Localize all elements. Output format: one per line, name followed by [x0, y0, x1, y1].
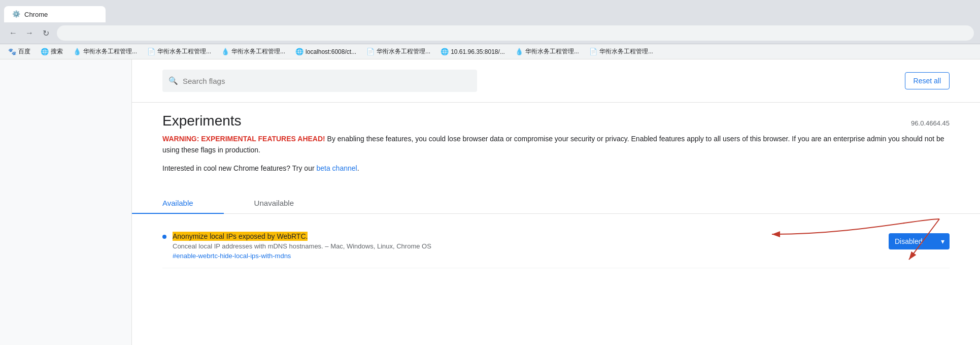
tab-available[interactable]: Available — [132, 193, 224, 213]
main-content: 🔍 Reset all Experiments 96.0.4664.45 WAR… — [132, 59, 980, 345]
flags-list: Anonymize local IPs exposed by WebRTC. C… — [132, 214, 980, 278]
ip-icon: 🌐 — [441, 48, 449, 55]
bookmark-doc1[interactable]: 📄 华衔水务工程管理... — [145, 46, 213, 57]
flag-anchor-link[interactable]: #enable-webrtc-hide-local-ips-with-mdns — [173, 252, 868, 260]
reload-button[interactable]: ↻ — [39, 26, 53, 40]
experiments-area: Experiments 96.0.4664.45 WARNING: EXPERI… — [132, 103, 980, 182]
bookmark-search[interactable]: 🌐 搜索 — [39, 46, 65, 57]
baidu-icon: 🐾 — [8, 48, 16, 55]
doc2-icon: 📄 — [366, 48, 375, 55]
sidebar — [0, 59, 132, 345]
bookmark-doc3-label: 华衔水务工程管理... — [599, 47, 653, 56]
bookmark-water3-label: 华衔水务工程管理... — [525, 47, 579, 56]
tab-favicon: ⚙️ — [12, 10, 20, 18]
bookmark-search-label: 搜索 — [51, 47, 63, 56]
doc1-icon: 📄 — [147, 48, 155, 55]
bookmark-ip-label: 10.61.96.35:8018/... — [451, 48, 505, 55]
experiments-title: Experiments — [162, 113, 242, 129]
flag-desc: Conceal local IP addresses with mDNS hos… — [173, 242, 868, 250]
flag-control: Default Enabled Disabled — [889, 233, 950, 249]
bookmark-doc3[interactable]: 📄 华衔水务工程管理... — [587, 46, 655, 57]
bookmarks-bar: 🐾 百度 🌐 搜索 💧 华衔水务工程管理... 📄 华衔水务工程管理... 💧 … — [0, 44, 980, 59]
page-content: 🔍 Reset all Experiments 96.0.4664.45 WAR… — [0, 59, 980, 345]
bookmark-water2[interactable]: 💧 华衔水务工程管理... — [219, 46, 287, 57]
flag-info: Anonymize local IPs exposed by WebRTC. C… — [173, 232, 868, 260]
bookmark-water2-label: 华衔水务工程管理... — [231, 47, 285, 56]
interested-prefix: Interested in cool new Chrome features? … — [162, 164, 316, 172]
warning-highlight: WARNING: EXPERIMENTAL FEATURES AHEAD! — [162, 135, 325, 143]
nav-buttons: ← → ↻ — [6, 26, 53, 40]
flag-dot — [162, 235, 166, 239]
water2-icon: 💧 — [221, 48, 229, 55]
flag-select[interactable]: Default Enabled Disabled — [889, 233, 950, 249]
bookmark-doc2[interactable]: 📄 华衔水务工程管理... — [364, 46, 432, 57]
beta-channel-link[interactable]: beta channel — [316, 164, 357, 172]
tabs-row: Available Unavailable — [132, 193, 980, 214]
bookmark-doc2-label: 华衔水务工程管理... — [377, 47, 430, 56]
water3-icon: 💧 — [515, 48, 523, 55]
forward-button[interactable]: → — [22, 26, 37, 40]
version-text: 96.0.4664.45 — [911, 119, 950, 127]
flag-item: Anonymize local IPs exposed by WebRTC. C… — [162, 224, 950, 268]
back-button[interactable]: ← — [6, 26, 20, 40]
doc3-icon: 📄 — [589, 48, 597, 55]
bookmark-water1-label: 华衔水务工程管理... — [83, 47, 137, 56]
search-flags-input[interactable] — [162, 70, 477, 92]
tab-title: Chrome — [24, 11, 97, 18]
bookmark-water1[interactable]: 💧 华衔水务工程管理... — [71, 46, 139, 57]
address-input[interactable]: chrome://flags/#enable-webrtc-hide-local… — [57, 25, 974, 41]
bookmark-localhost-label: localhost:6008/ct... — [306, 48, 356, 55]
search-input-wrapper: 🔍 — [162, 70, 477, 92]
localhost-icon: 🌐 — [295, 48, 303, 55]
flag-row-wrapper: Anonymize local IPs exposed by WebRTC. C… — [162, 224, 950, 268]
browser-tab[interactable]: ⚙️ Chrome — [4, 6, 106, 22]
search-globe-icon: 🌐 — [41, 48, 49, 55]
bookmark-water3[interactable]: 💧 华衔水务工程管理... — [513, 46, 581, 57]
water1-icon: 💧 — [73, 48, 81, 55]
tab-unavailable[interactable]: Unavailable — [224, 193, 324, 213]
bookmark-baidu-label: 百度 — [18, 47, 30, 56]
warning-box: WARNING: EXPERIMENTAL FEATURES AHEAD! By… — [162, 133, 950, 156]
select-wrapper: Default Enabled Disabled — [889, 233, 950, 249]
bookmark-localhost[interactable]: 🌐 localhost:6008/ct... — [293, 47, 358, 56]
address-bar-row: ← → ↻ chrome://flags/#enable-webrtc-hide… — [0, 22, 980, 44]
search-icon: 🔍 — [168, 76, 178, 85]
interested-suffix: . — [357, 164, 359, 172]
flag-name: Anonymize local IPs exposed by WebRTC. — [173, 232, 308, 241]
bookmark-baidu[interactable]: 🐾 百度 — [6, 46, 32, 57]
reset-all-button[interactable]: Reset all — [905, 72, 950, 89]
interested-text: Interested in cool new Chrome features? … — [162, 164, 950, 172]
bookmark-doc1-label: 华衔水务工程管理... — [157, 47, 211, 56]
warning-text: WARNING: EXPERIMENTAL FEATURES AHEAD! By… — [162, 133, 950, 156]
search-flags-bar: 🔍 Reset all — [132, 59, 980, 103]
bookmark-ip[interactable]: 🌐 10.61.96.35:8018/... — [438, 47, 507, 56]
experiments-header: Experiments 96.0.4664.45 — [162, 113, 950, 129]
